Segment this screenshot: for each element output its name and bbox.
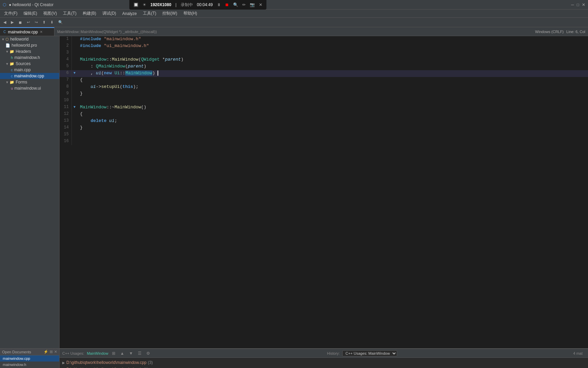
- pause-button[interactable]: ⏸: [217, 2, 221, 7]
- open-docs-filter-btn[interactable]: ⚡: [44, 350, 48, 354]
- record-status: 录制中: [181, 2, 193, 8]
- toolbar: ◀ ▶ ⏹ ↩ ↪ ⬆ ⬇ 🔍: [0, 18, 588, 27]
- menubar: 文件(F) 编辑(E) 视图(V) 工具(T) 构建(B) 调试(D) Anal…: [0, 10, 588, 18]
- toolbar-forward[interactable]: ▶: [9, 19, 16, 25]
- sidebar-label-mainwindow-cpp: mainwindow.cpp: [14, 74, 44, 78]
- camera-button[interactable]: 📷: [250, 2, 255, 7]
- open-docs-split-btn[interactable]: ⊞: [50, 350, 53, 354]
- tab-close-icon[interactable]: ✕: [40, 30, 43, 34]
- sidebar-item-mainwindow-cpp[interactable]: c mainwindow.cpp: [0, 73, 59, 79]
- forms-folder-icon: 📁: [10, 80, 14, 85]
- menu-file[interactable]: 文件(F): [1, 10, 20, 17]
- code-line-3: 3: [60, 50, 588, 57]
- record-brightness: ☀: [143, 2, 146, 7]
- toolbar-stop[interactable]: ⏹: [16, 20, 24, 25]
- code-line-1: 1 #include "mainwindow.h": [60, 36, 588, 43]
- sidebar-label-pro: helloworld.pro: [12, 43, 37, 48]
- code-line-16: 16: [60, 138, 588, 145]
- search-up-btn[interactable]: ▲: [119, 351, 125, 356]
- code-line-11: 11 ▼ MainWindow::~MainWindow(): [60, 104, 588, 111]
- titlebar: ⬡ ● helloworld - Qt Creator ─ □ ✕: [0, 0, 588, 10]
- code-line-12: 12 {: [60, 111, 588, 118]
- code-editor[interactable]: 1 #include "mainwindow.h" 2 #include "ui…: [60, 36, 588, 348]
- menu-view[interactable]: 视图(V): [40, 10, 60, 17]
- open-documents-header: Open Documents ⚡ ⊞ ✕: [0, 349, 59, 355]
- headers-folder-icon: 📁: [10, 49, 14, 54]
- sidebar-item-helloworld-pro[interactable]: 📄 helloworld.pro: [0, 42, 59, 48]
- open-documents-list: mainwindow.cpp mainwindow.h mainwindow.u…: [0, 355, 59, 368]
- result-group-cpp[interactable]: ▶ D:\github\qtwork\helloworld\mainwindow…: [60, 359, 588, 366]
- code-line-15: 15: [60, 132, 588, 138]
- code-line-6: 6 ▼ , ui(new Ui::MainWindow): [60, 70, 588, 77]
- toolbar-down[interactable]: ⬇: [48, 19, 55, 25]
- result-count: 4 mat: [573, 351, 585, 355]
- tab-mainwindow-cpp[interactable]: C mainwindow.cpp ✕: [0, 27, 54, 36]
- menu-build[interactable]: 构建(B): [80, 10, 99, 17]
- open-docs-title: Open Documents: [2, 350, 31, 354]
- main-cpp-icon: c: [11, 68, 13, 72]
- bottom-panel: C++ Usages: MainWindow ⊞ ▲ ▼ ☰ ⚙ History…: [60, 349, 588, 368]
- main-layout: ▼ ⬡ helloworld 📄 helloworld.pro ▼ 📁 Head…: [0, 36, 588, 348]
- search-filter-btn[interactable]: ☰: [137, 351, 143, 356]
- h-file-icon: h: [11, 56, 13, 60]
- cpp-usages-label: C++ Usages:: [62, 351, 84, 355]
- sidebar-label-mainwindow-h: mainwindow.h: [14, 55, 40, 60]
- bottom-area: Open Documents ⚡ ⊞ ✕ mainwindow.cpp main…: [0, 348, 588, 368]
- toolbar-search[interactable]: 🔍: [56, 19, 65, 25]
- code-line-9: 9 }: [60, 91, 588, 97]
- menu-debug[interactable]: 调试(D): [100, 10, 119, 17]
- search-record-button[interactable]: 🔍: [233, 2, 238, 7]
- search-settings-btn[interactable]: ⚙: [145, 351, 151, 356]
- search-down-btn[interactable]: ▼: [128, 351, 134, 356]
- result-group-h[interactable]: ▶ D:\github\qtwork\helloworld\mainwindow…: [60, 366, 588, 368]
- sidebar-item-mainwindow-h[interactable]: h mainwindow.h: [0, 55, 59, 61]
- pen-button[interactable]: ✏: [242, 2, 246, 7]
- maximize-button[interactable]: □: [577, 2, 579, 7]
- breadcrumb: MainWindow::MainWindow(QWidget *) _attri…: [54, 27, 533, 36]
- toolbar-back[interactable]: ◀: [1, 19, 8, 25]
- sidebar-item-helloworld[interactable]: ▼ ⬡ helloworld: [0, 36, 59, 42]
- sidebar-item-main-cpp[interactable]: c main.cpp: [0, 67, 59, 73]
- code-line-7: 7 {: [60, 77, 588, 84]
- toolbar-up[interactable]: ⬆: [40, 19, 48, 25]
- menu-control[interactable]: 控制(W): [160, 10, 180, 17]
- doc-item-mainwindow-h[interactable]: mainwindow.h: [0, 362, 59, 368]
- line-info: Line: 6, Col: [566, 30, 585, 34]
- sidebar-item-mainwindow-ui[interactable]: u mainwindow.ui: [0, 85, 59, 91]
- sidebar-label-forms: Forms: [16, 80, 27, 85]
- stop-button[interactable]: ⏹: [225, 2, 229, 7]
- toolbar-redo[interactable]: ↪: [33, 19, 40, 25]
- tab-label: mainwindow.cpp: [8, 30, 38, 34]
- toolbar-undo[interactable]: ↩: [25, 19, 32, 25]
- sidebar: ▼ ⬡ helloworld 📄 helloworld.pro ▼ 📁 Head…: [0, 36, 60, 348]
- project-icon: ⬡: [5, 37, 9, 42]
- record-divider: |: [175, 2, 176, 7]
- menu-analyze[interactable]: Analyze: [119, 11, 140, 17]
- ui-file-icon: u: [11, 86, 13, 90]
- close-button[interactable]: ✕: [582, 2, 585, 7]
- sidebar-label-sources: Sources: [16, 61, 31, 66]
- tab-cpp-icon: C: [3, 30, 6, 34]
- result-cpp-path: D:\github\qtwork\helloworld\mainwindow.c…: [66, 360, 146, 365]
- doc-item-mainwindow-cpp[interactable]: mainwindow.cpp: [0, 355, 59, 362]
- tab-right-info: Windows (CRLF) Line: 6, Col: [533, 27, 588, 36]
- open-docs-close-btn[interactable]: ✕: [54, 350, 57, 354]
- sidebar-item-headers[interactable]: ▼ 📁 Headers: [0, 48, 59, 55]
- minimize-button[interactable]: ─: [571, 2, 574, 7]
- menu-tools2[interactable]: 工具(T): [140, 10, 159, 17]
- close-record-button[interactable]: ✕: [259, 2, 262, 7]
- search-expand-btn[interactable]: ⊞: [111, 351, 116, 356]
- search-query: MainWindow: [87, 351, 108, 355]
- history-label: History:: [327, 351, 340, 355]
- menu-help[interactable]: 帮助(H): [181, 10, 200, 17]
- menu-tools[interactable]: 工具(T): [60, 10, 79, 17]
- code-line-14: 14 }: [60, 125, 588, 132]
- breadcrumb-text: MainWindow::MainWindow(QWidget *) _attri…: [57, 30, 157, 34]
- history-select[interactable]: C++ Usages: MainWindow: [342, 350, 397, 356]
- sidebar-item-forms[interactable]: ▼ 📁 Forms: [0, 79, 59, 85]
- sidebar-item-sources[interactable]: ▼ 📁 Sources: [0, 61, 59, 67]
- menu-edit[interactable]: 编辑(E): [21, 10, 40, 17]
- line-endings: Windows (CRLF): [535, 30, 564, 34]
- sidebar-label-main-cpp: main.cpp: [14, 67, 31, 72]
- title-text: ● helloworld - Qt Creator: [9, 2, 53, 7]
